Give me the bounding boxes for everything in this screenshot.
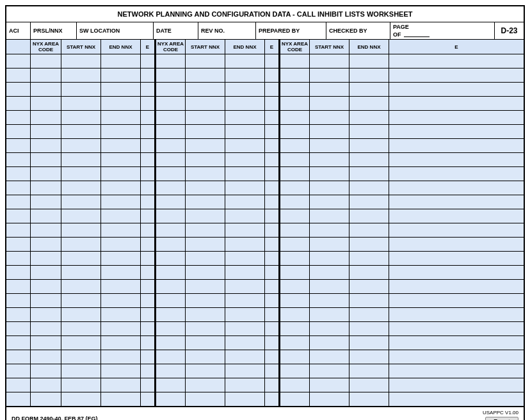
cell-e-2 bbox=[265, 294, 279, 307]
col-e-2: E bbox=[265, 40, 279, 54]
cell-end-1 bbox=[101, 195, 141, 209]
cell-end-1 bbox=[101, 294, 141, 307]
page-label: PAGE bbox=[393, 24, 409, 30]
cell-start-1 bbox=[61, 111, 101, 124]
table-row bbox=[6, 364, 524, 378]
cell-start-3 bbox=[310, 125, 349, 138]
col-e-3: E bbox=[389, 40, 524, 54]
cell-start-1 bbox=[61, 238, 101, 251]
cell-e-3 bbox=[389, 322, 524, 335]
cell-start-1 bbox=[61, 364, 101, 378]
cell-start-3 bbox=[310, 280, 349, 293]
cell-start-2 bbox=[186, 266, 225, 279]
cell-start-3 bbox=[310, 209, 349, 223]
data-rows-container bbox=[6, 54, 524, 407]
cell-nyx-2 bbox=[155, 153, 186, 166]
cell-end-2 bbox=[225, 266, 265, 279]
cell-nyx-2 bbox=[155, 364, 186, 378]
cell-nyx-3 bbox=[279, 308, 310, 321]
cell-end-1 bbox=[101, 336, 141, 350]
cell-nyx-3 bbox=[279, 167, 310, 181]
cell-e-3 bbox=[389, 294, 524, 307]
table-row bbox=[6, 181, 524, 195]
cell-e-1 bbox=[141, 167, 155, 181]
cell-nyx-2 bbox=[155, 223, 186, 237]
cell-end-2 bbox=[225, 392, 265, 406]
cell-end-3 bbox=[349, 69, 389, 82]
cell-start-2 bbox=[186, 153, 225, 166]
cell-end-3 bbox=[349, 54, 389, 68]
cell-nyx-3 bbox=[279, 54, 310, 68]
cell-start-2 bbox=[186, 195, 225, 209]
cell-start-2 bbox=[186, 83, 225, 96]
cell-e-2 bbox=[265, 350, 279, 364]
cell-end-3 bbox=[349, 252, 389, 265]
cell-nyx-3 bbox=[279, 97, 310, 110]
cell-end-1 bbox=[101, 280, 141, 293]
cell-start-2 bbox=[186, 378, 225, 392]
cell-end-2 bbox=[225, 223, 265, 237]
table-row bbox=[6, 378, 524, 392]
cell-nyx-3 bbox=[279, 125, 310, 138]
cell-end-1 bbox=[101, 167, 141, 181]
cell-nyx-3 bbox=[279, 238, 310, 251]
cell-nyx-3 bbox=[279, 378, 310, 392]
cell-start-3 bbox=[310, 252, 349, 265]
cell-start-1 bbox=[61, 308, 101, 321]
cell-end-1 bbox=[101, 69, 141, 82]
cell-e-3 bbox=[389, 181, 524, 195]
cell-e-1 bbox=[141, 97, 155, 110]
cell-e-2 bbox=[265, 392, 279, 406]
cell-e-2 bbox=[265, 364, 279, 378]
cell-end-1 bbox=[101, 364, 141, 378]
cell-nyx-1 bbox=[31, 195, 61, 209]
cell-end-3 bbox=[349, 392, 389, 406]
cell-start-1 bbox=[61, 322, 101, 335]
table-row bbox=[6, 125, 524, 139]
cell-start-1 bbox=[61, 209, 101, 223]
cell-nyx-2 bbox=[155, 280, 186, 293]
cell-nyx-1 bbox=[31, 392, 61, 406]
cell-end-3 bbox=[349, 139, 389, 152]
reset-button[interactable]: Reset bbox=[485, 417, 518, 420]
cell-end-2 bbox=[225, 181, 265, 195]
cell-e-2 bbox=[265, 252, 279, 265]
of-label: OF bbox=[393, 31, 401, 38]
cell-e-3 bbox=[389, 54, 524, 68]
cell-nyx-2 bbox=[155, 378, 186, 392]
cell-end-2 bbox=[225, 54, 265, 68]
cell-nyx-3 bbox=[279, 294, 310, 307]
cell-end-3 bbox=[349, 308, 389, 321]
cell-end-2 bbox=[225, 336, 265, 350]
cell-nyx-1 bbox=[31, 308, 61, 321]
cell-nyx-1 bbox=[31, 252, 61, 265]
cell-start-3 bbox=[310, 69, 349, 82]
cell-start-1 bbox=[61, 350, 101, 364]
cell-nyx-1 bbox=[31, 378, 61, 392]
cell-e-3 bbox=[389, 378, 524, 392]
checked-header: CHECKED BY bbox=[326, 22, 390, 39]
cell-start-3 bbox=[310, 336, 349, 350]
table-row bbox=[6, 266, 524, 280]
cell-aci bbox=[6, 266, 31, 279]
cell-e-1 bbox=[141, 111, 155, 124]
cell-e-2 bbox=[265, 280, 279, 293]
cell-end-3 bbox=[349, 209, 389, 223]
cell-nyx-2 bbox=[155, 125, 186, 138]
cell-aci bbox=[6, 139, 31, 152]
cell-nyx-3 bbox=[279, 195, 310, 209]
table-row bbox=[6, 69, 524, 83]
cell-end-2 bbox=[225, 195, 265, 209]
footer-row: DD FORM 2490-40, FEB 87 (EG) USAPPC V1.0… bbox=[6, 407, 524, 420]
cell-end-2 bbox=[225, 139, 265, 152]
cell-nyx-3 bbox=[279, 83, 310, 96]
cell-start-1 bbox=[61, 223, 101, 237]
cell-end-1 bbox=[101, 238, 141, 251]
cell-nyx-1 bbox=[31, 153, 61, 166]
cell-end-2 bbox=[225, 69, 265, 82]
cell-end-2 bbox=[225, 125, 265, 138]
cell-end-2 bbox=[225, 209, 265, 223]
cell-e-1 bbox=[141, 54, 155, 68]
table-row bbox=[6, 153, 524, 167]
cell-end-1 bbox=[101, 223, 141, 237]
